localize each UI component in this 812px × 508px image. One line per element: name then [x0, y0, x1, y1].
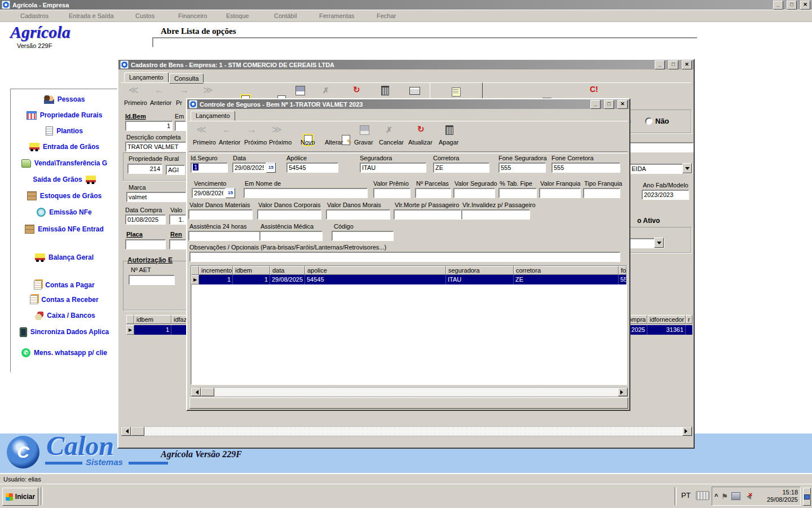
sidebar-item-venda-transferencia[interactable]: Venda\Transferência G — [11, 156, 118, 170]
marca-field[interactable] — [126, 192, 186, 202]
alert-icon[interactable]: C! — [590, 85, 598, 94]
seguros-minimize-button[interactable]: _ — [590, 100, 601, 109]
nao-radio[interactable] — [645, 117, 652, 125]
sidebar-item-estoques-graos[interactable]: Estoques de Grãos — [11, 189, 118, 203]
vdmo-field[interactable] — [326, 209, 390, 220]
valor-field[interactable] — [169, 214, 186, 225]
scroll-left-icon[interactable] — [121, 427, 131, 436]
menu-ferramentas[interactable]: Ferramentas — [319, 12, 354, 19]
language-indicator[interactable]: PT — [681, 491, 691, 500]
sidebar-item-balanca-geral[interactable]: Balança Geral — [11, 251, 118, 264]
refresh-icon[interactable]: ↻ — [353, 85, 360, 95]
calendar-button-2[interactable]: 15 — [226, 188, 235, 198]
chevron-down-icon[interactable] — [682, 163, 692, 173]
seguradora-field[interactable] — [360, 163, 426, 173]
ano-field[interactable] — [642, 190, 689, 200]
bens-maximize-button[interactable]: □ — [668, 60, 678, 69]
prev-record-button[interactable]: ← — [222, 124, 232, 135]
bens-tab-lancamento[interactable]: Lançamento — [124, 72, 169, 82]
parcelas-field[interactable] — [415, 188, 451, 198]
cell-idfornecedor[interactable]: 31361 — [647, 325, 686, 335]
sidebar-item-whatsapp[interactable]: ✆Mens. whatsapp p/ clie — [11, 346, 118, 360]
bens-minimize-button[interactable]: _ — [655, 60, 665, 69]
col-data[interactable]: data — [270, 266, 305, 275]
clock[interactable]: 15:1829/08/2025 — [767, 489, 798, 503]
bens-close-button[interactable]: ✕ — [682, 60, 692, 69]
assistencia24-field[interactable] — [188, 231, 262, 241]
first-record-button[interactable]: ≪ — [129, 85, 139, 96]
aet-field[interactable] — [129, 275, 175, 285]
placa-field[interactable] — [125, 239, 166, 249]
tipo-franquia-field[interactable] — [583, 188, 620, 198]
col-seguradora[interactable]: seguradora — [446, 266, 514, 275]
vencimento-field[interactable] — [192, 188, 226, 198]
apagar-label[interactable]: Apagar — [439, 139, 458, 146]
menu-custos[interactable]: Custos — [135, 12, 155, 19]
delete-icon[interactable] — [381, 86, 389, 95]
fone-seguradora-field[interactable] — [498, 163, 546, 173]
tray-expand-icon[interactable]: ^ — [714, 493, 718, 500]
col-idfaze[interactable]: idfaze — [171, 315, 187, 324]
sidebar-item-sincroniza-dados[interactable]: Sincroniza Dados Aplica — [11, 325, 118, 339]
propriedade-id-field[interactable] — [127, 164, 162, 174]
vmorte-field[interactable] — [394, 209, 461, 220]
grid-selected-row[interactable]: ▶ 1 1 29/08/2025 54545 ITAU ZE 55 — [191, 275, 626, 284]
network-icon[interactable] — [731, 492, 740, 500]
tray-flag-icon[interactable]: ⚑ — [721, 492, 728, 501]
last-record-button[interactable]: ≫ — [203, 85, 213, 96]
atualizar-icon[interactable]: ↻ — [417, 124, 425, 134]
next-record-button[interactable]: → — [247, 124, 257, 135]
last-record-button[interactable]: ≫ — [272, 124, 282, 135]
col-fone[interactable]: fo — [619, 266, 626, 275]
data-compra-field[interactable] — [125, 214, 166, 225]
restore-button[interactable]: □ — [787, 1, 797, 10]
id-seguro-field[interactable]: 1 — [191, 163, 228, 173]
valor-premio-field[interactable] — [373, 188, 411, 198]
minimize-button[interactable]: _ — [773, 1, 783, 10]
show-desktop-button[interactable] — [803, 488, 811, 506]
menu-contabil[interactable]: Contábil — [274, 12, 297, 19]
codigo-field[interactable] — [332, 231, 394, 241]
alterar-label[interactable]: Alterar — [325, 139, 343, 146]
corretora-field[interactable] — [433, 163, 489, 173]
ativo-combobox[interactable] — [629, 238, 664, 248]
valor-franquia-field[interactable] — [539, 188, 581, 198]
start-button[interactable]: Iniciar — [2, 488, 38, 506]
vdc-field[interactable] — [257, 209, 321, 220]
seguros-tab-lancamento[interactable]: Lançamento — [191, 111, 235, 121]
col-corretora[interactable]: corretora — [514, 266, 619, 275]
scroll-right-icon[interactable] — [618, 388, 628, 396]
sidebar-item-entrada-graos[interactable]: Entrada de Grãos — [11, 140, 118, 154]
seguros-close-button[interactable]: ✕ — [617, 100, 628, 109]
volume-muted-icon[interactable]: ✕ — [744, 493, 752, 500]
col-apolice[interactable]: apolice — [305, 266, 446, 275]
menu-cadastros[interactable]: Cadastros — [20, 12, 48, 19]
assistencia-medica-field[interactable] — [259, 231, 323, 241]
apolice-field[interactable] — [286, 163, 338, 173]
save-icon[interactable] — [295, 86, 305, 95]
chevron-down-icon[interactable] — [654, 238, 664, 248]
propriedade-nome-field[interactable] — [166, 165, 185, 175]
fornecedor-combobox[interactable]: EIDA — [629, 164, 692, 174]
col-idbem[interactable]: idbem — [134, 315, 171, 324]
renavam-field[interactable] — [169, 239, 186, 249]
scroll-left-icon[interactable] — [191, 388, 201, 396]
id-bem-field[interactable] — [125, 121, 173, 131]
sidebar-item-saida-graos[interactable]: Saída de Grãos — [11, 173, 118, 186]
seguros-maximize-button[interactable]: □ — [604, 100, 614, 109]
menu-estoque[interactable]: Estoque — [226, 12, 249, 19]
prev-record-button[interactable]: ← — [155, 85, 164, 96]
col-idbem[interactable]: idbem — [233, 266, 270, 275]
sidebar-item-propriedade-rurais[interactable]: Propriedade Rurais — [11, 108, 118, 122]
bens-hscrollbar[interactable] — [121, 426, 692, 436]
col-incremento[interactable]: incremento — [199, 266, 233, 275]
sidebar-item-caixa-bancos[interactable]: Caixa / Bancos — [11, 309, 118, 322]
apagar-icon[interactable] — [445, 125, 453, 135]
col-idfornecedor[interactable]: idfornecedor — [647, 315, 686, 324]
seguros-hscrollbar[interactable] — [191, 387, 628, 397]
next-record-button[interactable]: → — [179, 85, 189, 96]
vdm-field[interactable] — [188, 209, 253, 220]
em-nome-field[interactable] — [244, 188, 368, 198]
menu-entrada-saida[interactable]: Entrada e Saída — [69, 12, 114, 19]
print-icon[interactable] — [409, 87, 420, 95]
